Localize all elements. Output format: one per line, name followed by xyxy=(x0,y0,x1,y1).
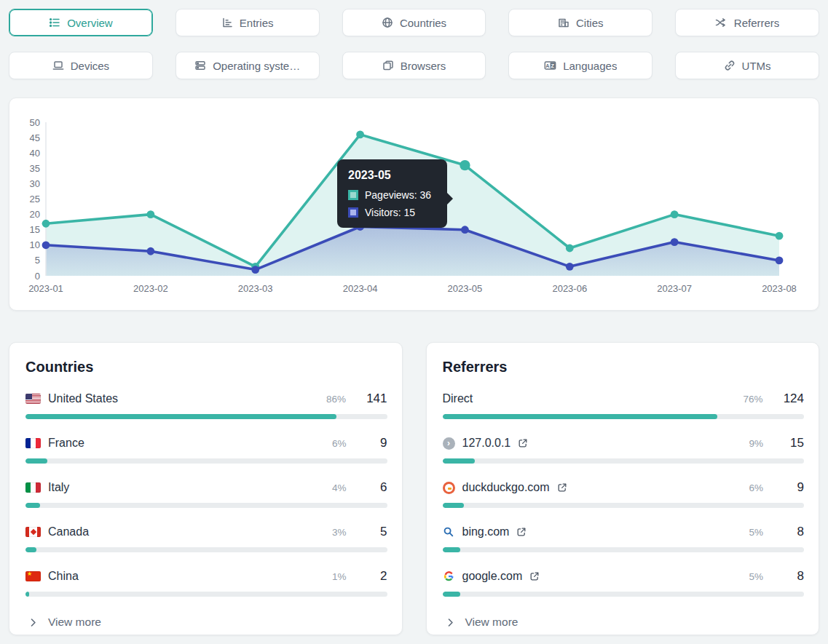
referrer-name: duckduckgo.com xyxy=(462,481,550,494)
x-tick-label: 2023-07 xyxy=(657,283,692,294)
y-tick-label: 40 xyxy=(30,148,40,159)
country-row-italy[interactable]: Italy4%6 xyxy=(25,479,387,508)
country-name: United States xyxy=(48,392,118,405)
progress-track xyxy=(25,503,387,508)
row-header: duckduckgo.com6%9 xyxy=(443,479,805,496)
progress-track xyxy=(443,503,805,508)
bing-favicon xyxy=(443,526,455,538)
external-link-icon[interactable] xyxy=(516,527,527,537)
globe-icon xyxy=(382,17,393,28)
tab-overview[interactable]: Overview xyxy=(9,9,153,36)
progress-track xyxy=(443,458,805,464)
visitors-point-2023-05[interactable] xyxy=(461,226,469,234)
row-percent: 86% xyxy=(326,394,346,405)
row-header: United States86%141 xyxy=(25,390,387,408)
fr-flag xyxy=(25,438,41,448)
referrer-row-duckduckgo-com[interactable]: duckduckgo.com6%9 xyxy=(443,479,805,508)
referrer-name: google.com xyxy=(462,570,523,583)
visitors-point-2023-02[interactable] xyxy=(146,247,154,255)
row-percent: 6% xyxy=(749,482,763,493)
default-favicon: › xyxy=(443,437,455,450)
google-favicon xyxy=(443,571,455,583)
referrer-row-127-0-0-1[interactable]: ›127.0.0.19%15 xyxy=(443,434,805,464)
pageviews-point-2023-06[interactable] xyxy=(566,245,574,253)
visitors-point-2023-06[interactable] xyxy=(566,263,574,271)
laptop-icon xyxy=(52,60,64,71)
shuffle-icon xyxy=(715,17,728,28)
tooltip-row-label: Visitors: 15 xyxy=(365,207,415,218)
row-percent: 5% xyxy=(749,527,763,538)
x-tick-label: 2023-05 xyxy=(448,283,483,294)
row-count: 9 xyxy=(784,480,804,495)
visitors-point-2023-01[interactable] xyxy=(42,241,50,249)
country-name: Italy xyxy=(48,481,69,494)
tab-countries[interactable]: Countries xyxy=(342,9,486,36)
tab-cities[interactable]: Cities xyxy=(508,9,652,36)
pageviews-point-2023-01[interactable] xyxy=(42,220,50,228)
pageviews-point-2023-04[interactable] xyxy=(356,130,364,138)
pageviews-point-2023-08[interactable] xyxy=(776,232,784,240)
cn-flag xyxy=(25,571,41,581)
progress-fill xyxy=(443,458,476,464)
referrer-name: bing.com xyxy=(462,525,510,538)
progress-fill xyxy=(25,458,47,464)
progress-track xyxy=(25,547,387,552)
referrer-name: 127.0.0.1 xyxy=(462,437,511,450)
tab-entries[interactable]: Entries xyxy=(176,9,320,36)
row-header: Italy4%6 xyxy=(25,479,387,496)
tooltip-date: 2023-05 xyxy=(348,169,436,182)
visitors-point-2023-03[interactable] xyxy=(251,266,259,274)
visitors-point-2023-07[interactable] xyxy=(671,238,679,246)
row-count: 8 xyxy=(784,569,804,584)
row-count: 6 xyxy=(367,480,387,495)
countries-view-more[interactable]: View more xyxy=(28,616,387,629)
y-tick-label: 25 xyxy=(30,194,40,204)
y-tick-label: 5 xyxy=(35,255,40,266)
external-link-icon[interactable] xyxy=(529,571,540,581)
it-flag xyxy=(25,482,41,493)
tab-utms[interactable]: UTMs xyxy=(675,52,819,79)
row-percent: 76% xyxy=(744,394,763,405)
summary-cards: Countries United States86%141France6%9It… xyxy=(9,342,819,635)
tooltip-row: Visitors: 15 xyxy=(348,207,436,218)
x-tick-label: 2023-02 xyxy=(133,283,168,294)
tab-operating-syste[interactable]: Operating syste… xyxy=(176,52,320,79)
row-percent: 4% xyxy=(332,482,347,493)
pageviews-point-2023-02[interactable] xyxy=(146,210,154,218)
referrers-card-title: Referrers xyxy=(443,359,805,375)
tab-label: Cities xyxy=(576,17,604,29)
country-row-united-states[interactable]: United States86%141 xyxy=(25,390,387,419)
windows-icon xyxy=(382,60,394,71)
row-header: Canada3%5 xyxy=(25,523,387,541)
tab-referrers[interactable]: Referrers xyxy=(675,9,819,36)
tab-devices[interactable]: Devices xyxy=(9,52,153,79)
external-link-icon[interactable] xyxy=(557,482,567,493)
country-row-canada[interactable]: Canada3%5 xyxy=(25,523,387,552)
referrer-row-google-com[interactable]: google.com5%8 xyxy=(443,568,805,597)
analytics-tab-bar: OverviewEntriesCountriesCitiesReferrersD… xyxy=(9,9,819,79)
referrer-row-direct[interactable]: Direct76%124 xyxy=(443,390,805,419)
tab-label: Overview xyxy=(67,17,113,29)
external-link-icon[interactable] xyxy=(518,438,528,448)
progress-track xyxy=(25,414,387,419)
progress-fill xyxy=(443,592,461,597)
tab-label: Languages xyxy=(563,60,617,72)
tab-browsers[interactable]: Browsers xyxy=(342,52,486,79)
tab-label: UTMs xyxy=(742,60,771,72)
pageviews-point-2023-07[interactable] xyxy=(671,210,679,218)
row-header: China1%2 xyxy=(25,568,387,585)
tab-languages[interactable]: AZLanguages xyxy=(508,52,652,79)
country-row-china[interactable]: China1%2 xyxy=(25,568,387,597)
visitors-point-2023-08[interactable] xyxy=(776,257,784,265)
tab-label: Referrers xyxy=(734,17,780,29)
x-tick-label: 2023-04 xyxy=(343,283,378,294)
country-row-france[interactable]: France6%9 xyxy=(25,434,387,464)
pageviews-point-2023-05[interactable] xyxy=(460,160,470,170)
visitors-legend-swatch xyxy=(348,207,358,218)
country-name: France xyxy=(48,437,84,450)
referrers-view-more[interactable]: View more xyxy=(446,616,805,629)
row-percent: 5% xyxy=(749,571,763,582)
row-count: 15 xyxy=(784,436,804,450)
chart-icon xyxy=(221,17,233,28)
referrer-row-bing-com[interactable]: bing.com5%8 xyxy=(443,523,805,552)
